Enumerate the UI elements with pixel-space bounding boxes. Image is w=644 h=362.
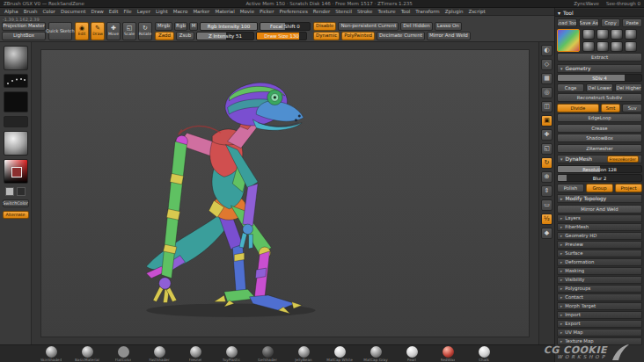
floor-icon[interactable]: ▦ <box>541 73 553 84</box>
switch-color-button[interactable]: SwitchColor <box>3 199 29 207</box>
modify-topology-header[interactable]: ▸ Modify Topology <box>557 194 642 203</box>
alpha-thumbnail[interactable] <box>4 91 28 112</box>
stroke-thumbnail[interactable] <box>4 74 28 88</box>
menu-item[interactable]: Render <box>311 8 333 16</box>
subpalette-header[interactable]: ▸ Export <box>557 320 642 328</box>
subpalette-header[interactable]: ▸ FiberMesh <box>557 223 642 231</box>
local-icon[interactable]: ◎ <box>541 87 553 98</box>
blur-slider[interactable]: Blur 2 <box>557 174 642 182</box>
lsym-icon[interactable]: ◫ <box>541 101 553 112</box>
dynamesh-toggle[interactable]: Polish <box>557 184 584 192</box>
reconstruct-subdiv-button[interactable]: Reconstruct Subdiv <box>557 93 642 102</box>
resolution-slider[interactable]: Resolution 128 <box>557 165 642 173</box>
quick-sketch-button[interactable]: Quick Sketch <box>48 22 72 40</box>
subpalette-header[interactable]: ▸ Masking <box>557 267 642 275</box>
material-item[interactable]: Chalk <box>472 346 496 362</box>
menu-item[interactable]: Picker <box>257 8 276 16</box>
subpalette-header[interactable]: ▸ Polygroups <box>557 285 642 293</box>
menu-item[interactable]: Brush <box>21 8 40 16</box>
recent-tool-thumbnail[interactable] <box>625 41 637 52</box>
menu-item[interactable]: Zscript <box>465 8 487 16</box>
edit-mode-button[interactable]: ◉ Edit <box>75 22 89 40</box>
menu-item[interactable]: Light <box>153 8 171 16</box>
move-mode-button[interactable]: ✚ Move <box>106 22 121 40</box>
extract-button[interactable]: Extract <box>557 53 642 62</box>
menu-item[interactable]: Alpha <box>2 8 21 16</box>
material-item[interactable]: Fresnel <box>183 346 208 362</box>
m-button[interactable]: M <box>189 22 198 31</box>
rotate-icon[interactable]: ↻ <box>541 157 553 169</box>
menu-item[interactable]: Stencil <box>333 8 355 16</box>
zsub-button[interactable]: Zsub <box>176 32 194 40</box>
subpalette-header[interactable]: ▸ Contact <box>557 293 642 301</box>
see-through-control[interactable]: See-through 0 <box>606 1 640 6</box>
color-picker-inner-swatch[interactable] <box>11 167 22 177</box>
material-item[interactable]: FastShader <box>147 346 172 362</box>
menu-item[interactable]: Texture <box>376 8 399 16</box>
aa-half-icon[interactable]: ½ <box>541 214 553 225</box>
rgb-intensity-slider[interactable]: Rgb Intensity 100 <box>200 22 258 31</box>
sdiv-slider[interactable]: SDiv 4 <box>557 74 642 82</box>
subpalette-header[interactable]: ▸ Morph Target <box>557 302 642 310</box>
menu-item[interactable]: Tool <box>399 8 413 16</box>
menu-item[interactable]: Color <box>40 8 58 16</box>
material-item[interactable]: JellyBean <box>291 346 316 362</box>
dynamesh-toggle[interactable]: Project <box>615 184 642 192</box>
toolbar-toggle[interactable]: Del Hidden <box>400 22 432 31</box>
toolbar-toggle[interactable]: PolyPainted <box>341 32 375 40</box>
recent-tool-thumbnail[interactable] <box>625 29 637 40</box>
subpalette-header[interactable]: ▸ Import <box>557 311 642 319</box>
rgb-button[interactable]: Rgb <box>174 22 187 31</box>
recent-tool-thumbnail[interactable] <box>582 29 595 40</box>
toolbar-toggle[interactable]: Non-persistent Current <box>338 22 399 31</box>
scale-mode-button[interactable]: ◱ Scale <box>122 22 136 40</box>
mirror-and-weld-button[interactable]: Mirror And Weld <box>557 205 642 214</box>
tool-panel-title[interactable]: ▾ Tool <box>555 9 644 17</box>
toolbar-toggle[interactable]: Decimate Current <box>377 32 425 40</box>
menu-item[interactable]: Document <box>58 8 89 16</box>
subpalette-header[interactable]: ▸ Deformation <box>557 258 642 266</box>
move-icon[interactable]: ✚ <box>541 129 553 141</box>
primary-color-swatch[interactable] <box>5 187 14 196</box>
recent-tool-thumbnail[interactable] <box>596 41 609 52</box>
recent-tool-thumbnail[interactable] <box>611 41 623 52</box>
recent-tool-thumbnail[interactable] <box>611 29 623 40</box>
geometry-feature-button[interactable]: EdgeLoop <box>557 113 642 122</box>
tool-header-button[interactable]: Load Tool <box>557 18 577 27</box>
subpalette-header[interactable]: ▸ UV Map <box>557 329 642 337</box>
dynamesh-section-header[interactable]: ▾ DynaMesh FreezeBorder <box>557 155 642 163</box>
toolbar-toggle[interactable]: Dynamic <box>313 32 340 40</box>
subpalette-header[interactable]: ▸ Geometry HD <box>557 232 642 240</box>
lightbox-button[interactable]: LightBox <box>2 32 46 40</box>
material-item[interactable]: SkinShade4 <box>39 346 63 362</box>
alternate-button[interactable]: Alternate <box>3 211 29 219</box>
focal-shift-slider[interactable]: Focal Shift 0 <box>260 22 311 31</box>
zoom-icon[interactable]: ⊕ <box>541 171 553 183</box>
bpr-icon[interactable]: ◐ <box>541 45 553 56</box>
divide-button[interactable]: Divide <box>557 104 599 112</box>
current-tool-thumbnail[interactable] <box>557 29 580 52</box>
menu-item[interactable]: File <box>121 8 134 16</box>
menu-item[interactable]: Edit <box>106 8 121 16</box>
projection-master-button[interactable]: Projection Master <box>2 22 46 31</box>
xyz-icon[interactable]: ◆ <box>541 228 553 239</box>
menu-item[interactable]: Transform <box>413 8 442 16</box>
material-item[interactable]: MatCap White <box>327 346 352 362</box>
menu-item[interactable]: Zplugin <box>443 8 466 16</box>
creature-model[interactable] <box>129 69 349 337</box>
material-item[interactable]: GelShader <box>255 346 280 362</box>
material-item[interactable]: ToyPlastic <box>219 346 244 362</box>
menu-item[interactable]: Marker <box>190 8 212 16</box>
tool-header-button[interactable]: Paste <box>622 18 642 27</box>
toolbar-toggle[interactable]: Mirror And Weld <box>427 32 471 40</box>
recent-tool-thumbnail[interactable] <box>596 29 609 40</box>
tool-header-button[interactable]: Copy <box>601 18 621 27</box>
material-item[interactable]: RedWax <box>435 346 460 362</box>
geometry-feature-button[interactable]: Crease <box>557 124 642 133</box>
subpalette-header[interactable]: ▸ Visibility <box>557 276 642 284</box>
mrgb-button[interactable]: Mrgb <box>155 22 172 31</box>
current-brush-thumbnail[interactable] <box>4 46 28 70</box>
menu-item[interactable]: Layer <box>135 8 153 16</box>
persp-icon[interactable]: ◇ <box>541 59 553 70</box>
frame-icon[interactable]: ▣ <box>541 115 553 127</box>
